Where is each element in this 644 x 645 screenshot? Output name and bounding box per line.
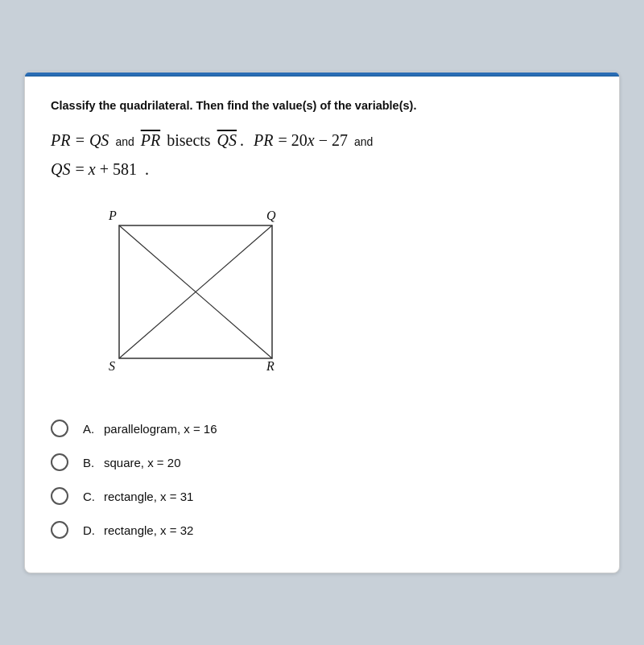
choice-a-text: parallelogram, x = 16 [104,422,217,436]
answer-choices: A. parallelogram, x = 16 B. square, x = … [51,411,593,547]
choice-b[interactable]: B. square, x = 20 [51,445,593,479]
question-card: Classify the quadrilateral. Then find th… [24,72,620,573]
choice-d[interactable]: D. rectangle, x = 32 [51,513,593,547]
choice-c-letter: C. [83,490,97,503]
choice-c-text: rectangle, x = 31 [104,490,193,503]
period-2: . [145,155,149,183]
pr-overline: PR [141,126,160,154]
qs-overline: QS [217,126,237,154]
math-line-1: PR = QS and PR bisects QS . PR= 20x − 27… [51,126,593,154]
math-line-2: QS = x + 581 . [51,155,593,183]
radio-d[interactable] [51,521,68,539]
and-connector-1: and [115,133,134,152]
qs-label: QS [51,155,70,183]
radio-a[interactable] [51,420,68,437]
period-1: . [240,126,244,154]
choice-c[interactable]: C. rectangle, x = 31 [51,479,593,513]
qs-value-rest: = x + 581 [75,155,136,183]
pr-value-rest: = 20x − 27 [279,126,348,154]
choice-d-text: rectangle, x = 32 [104,523,193,537]
radio-c[interactable] [51,487,68,505]
choice-a-letter: A. [83,422,97,436]
choice-d-letter: D. [83,523,97,537]
question-title: Classify the quadrilateral. Then find th… [51,99,593,112]
diagram-container: P Q S R [67,205,308,382]
radio-b[interactable] [51,453,68,471]
bisects-text: bisects [167,126,210,154]
vertex-r-label: R [266,359,275,373]
choice-a[interactable]: A. parallelogram, x = 16 [51,411,593,445]
choice-b-text: square, x = 20 [104,456,180,469]
vertex-s-label: S [109,359,115,373]
math-block: PR = QS and PR bisects QS . PR= 20x − 27… [51,126,593,183]
choice-b-letter: B. [83,456,97,469]
top-bar [25,72,619,76]
pr-value-eq: PR [254,126,273,154]
geometry-diagram: P Q S R [67,205,308,382]
pr-eq-qs: PR = QS [51,126,109,154]
and-connector-2: and [354,133,373,152]
vertex-p-label: P [108,209,117,222]
vertex-q-label: Q [266,209,276,222]
